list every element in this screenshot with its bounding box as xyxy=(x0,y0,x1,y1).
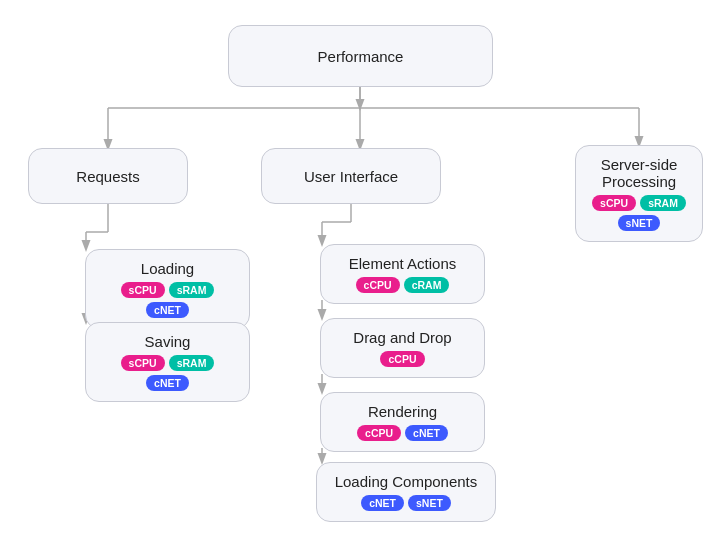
badge-sCPU-loading: sCPU xyxy=(121,282,165,298)
badge-cRAM-ea: cRAM xyxy=(404,277,450,293)
node-loading-label: Loading xyxy=(141,260,194,277)
node-saving-label: Saving xyxy=(145,333,191,350)
node-ui-label: User Interface xyxy=(304,168,398,185)
badge-sCPU-server: sCPU xyxy=(592,195,636,211)
diagram-container: Performance Requests User Interface Serv… xyxy=(0,0,720,560)
element-actions-badges: cCPU cRAM xyxy=(356,277,450,293)
node-element-actions-label: Element Actions xyxy=(349,255,457,272)
node-rendering-label: Rendering xyxy=(368,403,437,420)
node-server-side: Server-sideProcessing sCPU sRAM sNET xyxy=(575,145,703,242)
badge-cNET-loading: cNET xyxy=(146,302,189,318)
node-loading: Loading sCPU sRAM cNET xyxy=(85,249,250,329)
node-loading-components: Loading Components cNET sNET xyxy=(316,462,496,522)
badge-sRAM-saving: sRAM xyxy=(169,355,215,371)
node-loading-components-label: Loading Components xyxy=(335,473,478,490)
node-performance: Performance xyxy=(228,25,493,87)
drag-drop-badges: cCPU xyxy=(380,351,424,367)
node-rendering: Rendering cCPU cNET xyxy=(320,392,485,452)
badge-sCPU-saving: sCPU xyxy=(121,355,165,371)
server-badges: sCPU sRAM sNET xyxy=(590,195,688,231)
badge-sRAM-server: sRAM xyxy=(640,195,686,211)
badge-sNET-lc: sNET xyxy=(408,495,451,511)
node-user-interface: User Interface xyxy=(261,148,441,204)
rendering-badges: cCPU cNET xyxy=(357,425,448,441)
badge-cNET-render: cNET xyxy=(405,425,448,441)
badge-sNET-server: sNET xyxy=(618,215,661,231)
loading-badges: sCPU sRAM cNET xyxy=(100,282,235,318)
badge-cCPU-dd: cCPU xyxy=(380,351,424,367)
node-server-label: Server-sideProcessing xyxy=(601,156,678,190)
node-saving: Saving sCPU sRAM cNET xyxy=(85,322,250,402)
node-drag-drop: Drag and Drop cCPU xyxy=(320,318,485,378)
node-requests-label: Requests xyxy=(76,168,139,185)
node-performance-label: Performance xyxy=(318,48,404,65)
node-element-actions: Element Actions cCPU cRAM xyxy=(320,244,485,304)
badge-cNET-lc: cNET xyxy=(361,495,404,511)
node-requests: Requests xyxy=(28,148,188,204)
node-drag-drop-label: Drag and Drop xyxy=(353,329,451,346)
loading-components-badges: cNET sNET xyxy=(361,495,451,511)
saving-badges: sCPU sRAM cNET xyxy=(100,355,235,391)
badge-cCPU-ea: cCPU xyxy=(356,277,400,293)
badge-cNET-saving: cNET xyxy=(146,375,189,391)
badge-cCPU-render: cCPU xyxy=(357,425,401,441)
badge-sRAM-loading: sRAM xyxy=(169,282,215,298)
